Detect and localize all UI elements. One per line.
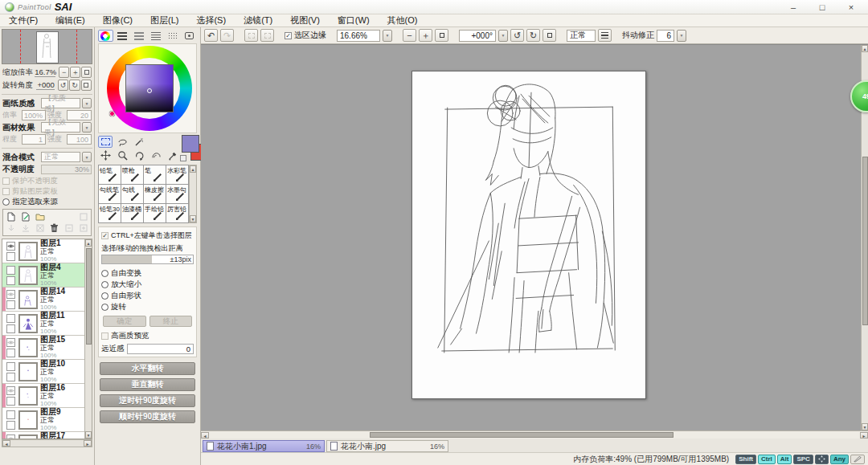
new-folder-icon[interactable] [35,212,45,222]
tab-rgb-sliders[interactable] [115,30,130,42]
layer-list-hscrollbar[interactable]: ◄ ► [2,439,92,447]
perspective-field[interactable]: 0 [127,344,194,354]
scroll-left-icon[interactable]: ◄ [2,440,10,447]
effect-strength-value[interactable]: 100 [67,134,92,145]
canvas-rotate-reset-button[interactable] [542,29,556,42]
layer-visibility-eye-icon[interactable] [6,314,15,323]
canvas-angle-field[interactable]: +000° [459,30,496,42]
ctrl-select-checkbox[interactable] [101,232,108,239]
merge-down-icon[interactable] [20,223,31,233]
layer-visibility-eye-icon[interactable] [6,266,15,275]
canvas-viewport[interactable]: ▲ ▼ [201,44,868,430]
canvas-page[interactable] [411,71,646,399]
redo-button[interactable]: ↷ [220,29,234,42]
tab-swatches[interactable] [165,30,180,42]
menu-window[interactable]: 窗口(W) [329,14,379,27]
tab-scratchpad[interactable] [182,30,197,42]
layer-pair-checkbox[interactable] [6,397,15,406]
brush-bucket[interactable]: 油漆桶 [121,204,144,223]
layer-action5-icon[interactable] [63,223,74,233]
document-tab[interactable]: 花花小南.jpg 16% [326,440,448,452]
jitter-correction-field[interactable]: 6 [657,30,674,42]
layer-row[interactable]: 图层16正常100% [2,384,84,408]
brush-pencil30[interactable]: 铅笔30 [99,204,121,223]
brush-line[interactable]: 勾线 [121,185,144,204]
canvas-zoom-field[interactable]: 16.66% [337,30,380,42]
brush-custom-pencil[interactable]: 厉害铅 [166,204,189,223]
brush-eraser[interactable]: 橡皮擦 [144,185,166,204]
reselect-button[interactable] [260,29,274,42]
layer-row[interactable]: 图层15正常100% [2,336,84,360]
scroll-down-icon[interactable]: ▼ [190,215,196,222]
lasso-tool[interactable] [115,136,129,148]
zoom-out-button[interactable]: − [59,67,69,78]
navigator-preview[interactable] [2,29,92,64]
layer-pair-checkbox[interactable] [6,276,15,285]
brush-ink[interactable]: 水墨勾 [166,185,189,204]
scroll-up-icon[interactable]: ▲ [862,45,868,52]
clipping-mask-checkbox[interactable] [2,188,10,195]
scroll-right-icon[interactable]: ► [84,440,92,447]
primary-color-swatch[interactable] [182,135,199,153]
layer-visibility-eye-icon[interactable] [6,410,15,419]
rotate-reset-button[interactable] [81,80,92,91]
material-effect-dropdown-icon[interactable]: ▼ [82,122,92,133]
paper-texture-dropdown-icon[interactable]: ▼ [82,98,92,108]
blend-mode-dropdown-icon[interactable]: ▼ [82,152,92,162]
layer-action6-icon[interactable] [78,223,88,233]
rect-select-tool[interactable] [98,136,113,148]
layer-visibility-eye-icon[interactable] [6,338,15,347]
canvas-horizontal-scrollbar[interactable]: ◄ ► [201,430,868,438]
selection-edge-checkbox[interactable] [285,32,292,39]
new-layer-icon[interactable] [6,212,16,222]
scroll-up-icon[interactable]: ▲ [190,165,196,173]
rotate-ccw-button[interactable]: ↺ [58,80,68,91]
layer-row-selected[interactable]: 图层4正常100% [2,263,84,288]
layer-pair-checkbox[interactable] [6,324,15,333]
layer-row[interactable]: 图层10正常100% [2,360,84,384]
zoom-tool[interactable] [115,149,129,161]
close-button[interactable]: × [845,2,857,12]
layer-visibility-eye-icon[interactable] [6,362,15,371]
menu-others[interactable]: 其他(O) [379,14,427,27]
scroll-down-icon[interactable]: ▼ [862,423,868,430]
layer-visibility-eye-icon[interactable] [6,386,15,395]
brush-scrollbar[interactable]: ▲ ▼ [189,165,197,223]
menu-edit[interactable]: 编辑(E) [47,14,94,27]
scale-radio[interactable] [101,281,108,288]
transfer-down-icon[interactable] [6,223,16,233]
layer-row[interactable]: 图层14正常100% [2,288,84,312]
layer-visibility-eye-icon[interactable] [6,242,15,251]
tab-hsv-sliders[interactable] [132,30,147,42]
scroll-left-icon[interactable]: ◄ [201,432,209,438]
free-transform-radio[interactable] [101,270,108,277]
canvas-rotate-ccw-button[interactable]: ↺ [510,29,524,42]
blend-mode-select[interactable]: 正常 [41,152,80,162]
layer-row[interactable]: 图层11正常100% [2,312,84,336]
zoom-reset-button[interactable] [81,67,92,78]
paper-texture-select[interactable]: 【无质感】 [41,98,80,108]
magic-wand-tool[interactable] [132,136,146,148]
layer-row[interactable]: 图层17正常100% [2,432,84,438]
rotate-90ccw-button[interactable]: 逆时针90度旋转 [100,394,195,407]
canvas-zoom-in-button[interactable]: ＋ [419,29,432,42]
menu-filter[interactable]: 滤镜(T) [235,14,281,27]
hq-preview-checkbox[interactable] [101,332,108,340]
clear-layer-icon[interactable] [35,223,45,233]
tab-color-mixer[interactable] [148,30,163,42]
layer-row[interactable]: 图层1正常100% [2,239,84,263]
layer-row[interactable]: 图层9正常100% [2,408,84,432]
layer-pair-checkbox[interactable] [6,373,15,381]
scrollbar-thumb[interactable] [862,157,868,325]
scrollbar-thumb[interactable] [370,432,674,438]
document-tab-active[interactable]: 花花小南1.jpg 16% [203,440,325,452]
material-effect-select[interactable]: 【无效果】 [41,122,80,133]
texture-scale-value[interactable]: 100% [22,110,46,120]
menu-view[interactable]: 视图(V) [281,14,329,27]
rotate-cw-button[interactable]: ↻ [69,80,80,91]
cancel-button[interactable]: 终止 [149,316,193,327]
transparent-color-swatch[interactable] [180,155,186,161]
scroll-right-icon[interactable]: ► [860,432,868,438]
effect-degree-value[interactable]: 1 [22,134,46,145]
menu-image[interactable]: 图像(C) [94,14,141,27]
